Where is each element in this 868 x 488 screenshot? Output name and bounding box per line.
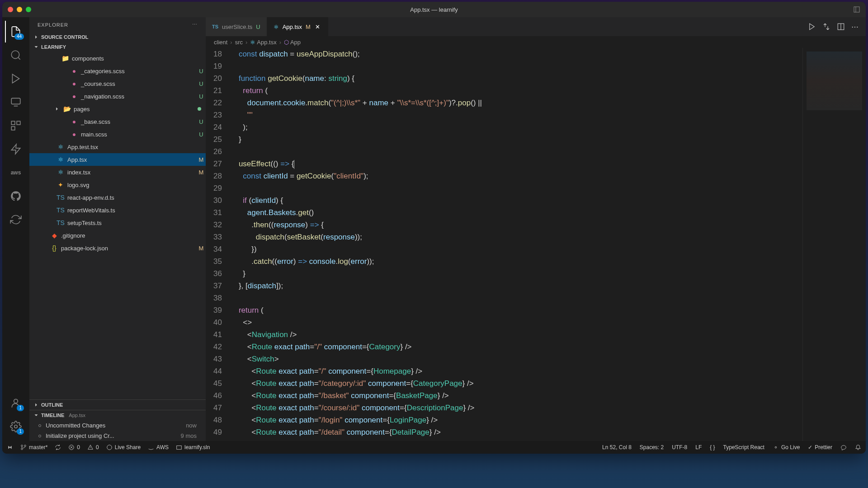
sidebar: EXPLORER ⋯ SOURCE CONTROL LEARNIFY 📁comp… <box>29 17 206 441</box>
timeline-item[interactable]: Uncommitted Changesnow <box>29 420 206 431</box>
errors-count[interactable]: 0 <box>68 444 80 450</box>
code-editor[interactable]: 1819202122232425262728293031323334353637… <box>206 48 866 441</box>
git-branch[interactable]: master* <box>20 444 47 450</box>
svg-line-3 <box>18 57 20 59</box>
tree-item-index-tsx[interactable]: ⚛index.tsxM <box>29 166 206 178</box>
tab-App-tsx[interactable]: ⚛App.tsxM✕ <box>267 17 328 36</box>
tree-item-App-test-tsx[interactable]: ⚛App.test.tsx <box>29 141 206 153</box>
timeline-item[interactable]: Initialize project using Cr...9 mos <box>29 431 206 441</box>
tree-item-package-lock-json[interactable]: {}package-lock.jsonM <box>29 242 206 254</box>
go-live[interactable]: Go Live <box>773 444 800 450</box>
tree-item-main-scss[interactable]: ●main.scssU <box>29 128 206 141</box>
tree-item-_base-scss[interactable]: ●_base.scssU <box>29 115 206 128</box>
git-sync[interactable] <box>55 444 61 450</box>
svg-point-11 <box>14 399 18 403</box>
split-icon[interactable] <box>837 23 845 31</box>
svg-rect-9 <box>11 127 15 130</box>
language-mode[interactable]: TypeScript React <box>723 444 764 450</box>
braces-icon[interactable]: { } <box>710 444 715 450</box>
workspace-section[interactable]: LEARNIFY <box>29 42 206 52</box>
tree-item-setupTests-ts[interactable]: TSsetupTests.ts <box>29 216 206 229</box>
search-activity[interactable] <box>5 44 27 66</box>
extensions-activity[interactable] <box>5 115 27 136</box>
settings-badge: 1 <box>17 428 24 435</box>
svg-point-17 <box>21 448 23 450</box>
tree-item-App-tsx[interactable]: ⚛App.tsxM <box>29 153 206 166</box>
breadcrumb-item[interactable]: ⬡ App <box>284 39 301 46</box>
encoding[interactable]: UTF-8 <box>672 444 687 450</box>
eol[interactable]: LF <box>695 444 702 450</box>
minimap[interactable] <box>802 48 866 441</box>
svg-point-18 <box>24 445 26 447</box>
accounts-activity[interactable]: 1 <box>5 392 27 414</box>
tree-item-logo-svg[interactable]: ✦logo.svg <box>29 178 206 191</box>
svg-marker-4 <box>12 74 19 83</box>
maximize-window-button[interactable] <box>26 7 31 12</box>
chevron-right-icon: › <box>279 39 281 46</box>
tab-bar: TSuserSlice.tsU⚛App.tsxM✕ ⋯ <box>206 17 866 36</box>
tree-item-_categories-scss[interactable]: ●_categories.scssU <box>29 65 206 77</box>
liveshare-status[interactable]: Live Share <box>106 444 141 450</box>
tree-item-pages[interactable]: 📂pages <box>29 103 206 115</box>
tree-item--gitignore[interactable]: ◆.gitignore <box>29 229 206 242</box>
svg-point-2 <box>11 51 19 58</box>
svg-rect-24 <box>177 446 182 450</box>
bell-icon[interactable] <box>855 444 861 450</box>
settings-activity[interactable]: 1 <box>5 416 27 437</box>
close-icon[interactable]: ✕ <box>314 23 321 30</box>
code-content[interactable]: const dispatch = useAppDispatch(); funct… <box>230 48 802 441</box>
layout-icon[interactable] <box>853 6 860 13</box>
chevron-right-icon: › <box>245 39 247 46</box>
source-control-section[interactable]: SOURCE CONTROL <box>29 32 206 42</box>
timeline-section[interactable]: TIMELINE App.tsx <box>29 410 206 420</box>
tree-item-react-app-env-d-ts[interactable]: TSreact-app-env.d.ts <box>29 191 206 204</box>
prettier-status[interactable]: ✓ Prettier <box>808 444 832 450</box>
outline-section[interactable]: OUTLINE <box>29 400 206 410</box>
diff-icon[interactable] <box>822 23 830 31</box>
svg-point-23 <box>107 445 112 450</box>
more-icon[interactable]: ⋯ <box>851 23 859 31</box>
svg-rect-5 <box>11 98 20 104</box>
aws-status[interactable]: AWS <box>148 444 169 450</box>
tree-item-_course-scss[interactable]: ●_course.scssU <box>29 77 206 90</box>
remote-activity[interactable] <box>5 91 27 113</box>
tree-item-components[interactable]: 📁components <box>29 52 206 65</box>
feedback-icon[interactable] <box>840 444 847 450</box>
svg-point-25 <box>775 446 777 448</box>
svg-rect-8 <box>17 121 20 125</box>
cursor-position[interactable]: Ln 52, Col 8 <box>602 444 632 450</box>
remote-indicator[interactable] <box>7 444 13 450</box>
svg-marker-13 <box>810 23 815 30</box>
sidebar-title: EXPLORER <box>38 22 68 28</box>
warnings-count[interactable]: 0 <box>87 444 99 450</box>
tree-item-_navigation-scss[interactable]: ●_navigation.scssU <box>29 90 206 103</box>
file-tree: 📁components●_categories.scssU●_course.sc… <box>29 52 206 399</box>
svg-point-12 <box>14 425 18 428</box>
more-icon[interactable]: ⋯ <box>192 22 198 28</box>
tab-userSlice-ts[interactable]: TSuserSlice.tsU <box>206 17 267 36</box>
github-activity[interactable] <box>5 185 27 207</box>
activity-bar: 44 aws 1 1 <box>2 17 29 441</box>
breadcrumb-item[interactable]: src <box>235 39 243 46</box>
tree-item-reportWebVitals-ts[interactable]: TSreportWebVitals.ts <box>29 204 206 216</box>
run-icon[interactable] <box>808 23 816 31</box>
solution-status[interactable]: learnify.sln <box>176 444 210 450</box>
svg-rect-7 <box>11 121 15 125</box>
editor-area: TSuserSlice.tsU⚛App.tsxM✕ ⋯ client›src›⚛… <box>206 17 866 441</box>
status-bar: master* 0 0 Live Share AWS learnify.sln … <box>2 441 866 454</box>
breadcrumb-item[interactable]: client <box>214 39 227 46</box>
aws-activity[interactable]: aws <box>5 162 27 183</box>
gutter: 1819202122232425262728293031323334353637… <box>206 48 230 441</box>
thunder-activity[interactable] <box>5 138 27 160</box>
run-activity[interactable] <box>5 68 27 89</box>
close-window-button[interactable] <box>8 7 13 12</box>
sync-activity[interactable] <box>5 209 27 230</box>
breadcrumbs[interactable]: client›src›⚛ App.tsx›⬡ App <box>206 36 866 48</box>
indentation[interactable]: Spaces: 2 <box>640 444 664 450</box>
minimize-window-button[interactable] <box>17 7 22 12</box>
breadcrumb-item[interactable]: ⚛ App.tsx <box>250 39 276 46</box>
account-badge: 1 <box>17 405 24 411</box>
svg-rect-0 <box>854 7 859 12</box>
window-title: App.tsx — learnify <box>410 6 458 13</box>
explorer-activity[interactable]: 44 <box>5 21 27 42</box>
